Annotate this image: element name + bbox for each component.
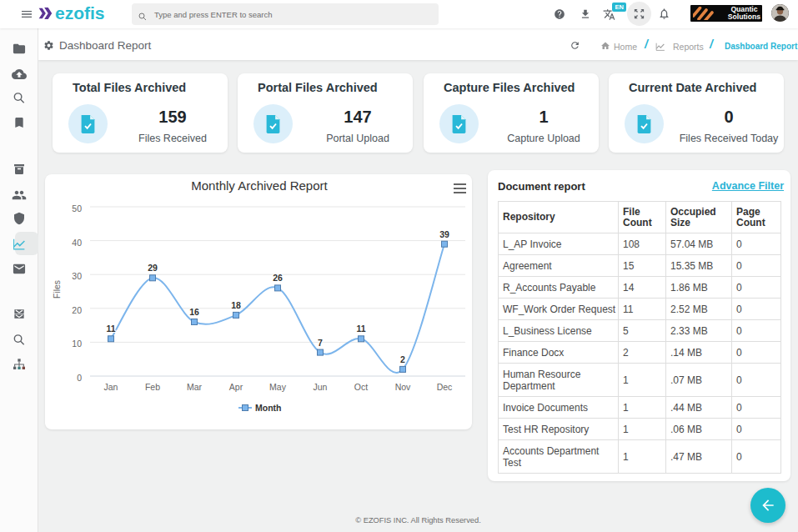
svg-text:26: 26 [273, 273, 283, 283]
svg-text:Jun: Jun [314, 382, 328, 392]
svg-text:0: 0 [77, 373, 82, 383]
svg-text:29: 29 [148, 263, 158, 273]
svg-text:Feb: Feb [145, 382, 160, 392]
svg-text:20: 20 [72, 305, 82, 315]
svg-text:Jan: Jan [104, 382, 118, 392]
svg-text:7: 7 [318, 338, 323, 348]
svg-text:Mar: Mar [187, 382, 203, 392]
svg-text:Dec: Dec [437, 382, 453, 392]
svg-text:50: 50 [72, 203, 82, 213]
svg-text:11: 11 [356, 324, 365, 334]
svg-text:30: 30 [72, 271, 82, 281]
svg-text:11: 11 [106, 324, 115, 334]
svg-text:40: 40 [72, 238, 82, 248]
svg-text:Month: Month [255, 403, 282, 413]
svg-text:Oct: Oct [354, 382, 368, 392]
svg-text:May: May [269, 382, 287, 392]
svg-text:Monthly Archived Report: Monthly Archived Report [191, 178, 328, 193]
svg-text:10: 10 [72, 339, 82, 349]
svg-text:Nov: Nov [395, 382, 411, 392]
svg-text:39: 39 [439, 229, 449, 239]
svg-text:2: 2 [400, 354, 405, 364]
svg-text:16: 16 [189, 307, 199, 317]
svg-text:Files: Files [52, 280, 62, 299]
svg-text:18: 18 [231, 300, 241, 310]
svg-text:Apr: Apr [229, 382, 243, 392]
